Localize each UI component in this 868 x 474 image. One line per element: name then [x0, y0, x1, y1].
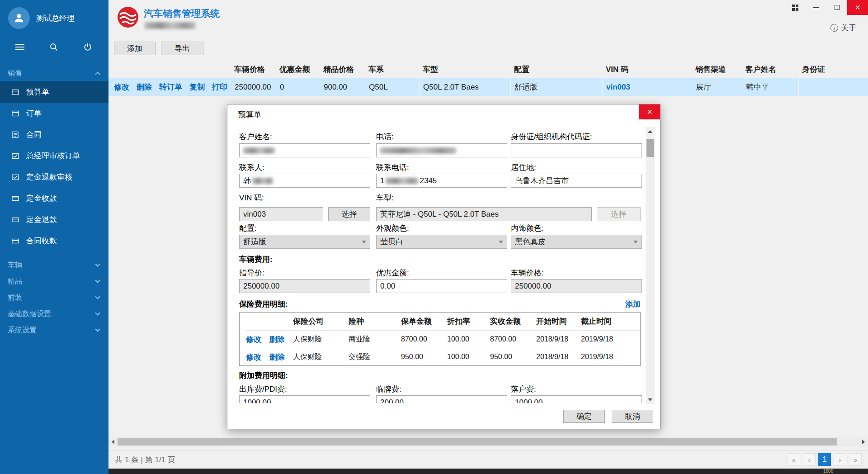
nav-section-system[interactable]: 系统设置 — [0, 322, 108, 338]
sidebar-item-deposit-collect[interactable]: 定金收款 — [0, 188, 108, 209]
scrollbar-thumb[interactable] — [646, 139, 654, 157]
nav-section-sales[interactable]: 销售 — [0, 65, 108, 81]
dialog-close-button[interactable]: × — [639, 104, 660, 119]
nav-section-vehicle[interactable]: 车辆 — [0, 257, 108, 273]
contact-phone-label: 联系电话: — [376, 162, 409, 173]
add-button[interactable]: 添加 — [114, 42, 156, 55]
registration-fee-field[interactable]: 1000.00 — [511, 395, 642, 403]
user-profile[interactable]: 测试总经理 — [0, 0, 108, 29]
dialog-scrollbar[interactable] — [646, 127, 655, 404]
chevron-down-icon — [362, 241, 366, 243]
nav-section-base-data-label: 基础数据设置 — [8, 309, 51, 319]
scrollbar-thumb[interactable] — [118, 438, 837, 446]
vin-field[interactable]: vin003 — [239, 207, 323, 221]
sidebar-item-deposit-refund[interactable]: 定金退款 — [0, 209, 108, 230]
app-header: 汽车销售管理系统 × i 关于 — [108, 0, 868, 36]
close-button[interactable]: × — [847, 0, 868, 15]
search-icon — [49, 43, 58, 52]
guide-price-label: 指导价: — [239, 268, 264, 278]
scroll-left-button[interactable] — [108, 437, 118, 446]
prev-page-button[interactable]: ‹ — [803, 453, 816, 466]
chevron-down-icon — [499, 241, 503, 243]
config-label: 配置: — [239, 223, 257, 233]
vin-select-button[interactable]: 选择 — [328, 207, 370, 221]
ins-column-header: 实收金额 — [490, 316, 536, 327]
edit-link[interactable]: 修改 — [114, 82, 129, 92]
next-page-button[interactable]: › — [834, 453, 846, 466]
scroll-up-button[interactable] — [646, 127, 655, 136]
cancel-button[interactable]: 取消 — [612, 410, 653, 423]
ok-button[interactable]: 确定 — [563, 410, 605, 423]
ins-edit-link[interactable]: 修改 — [246, 335, 261, 344]
table-row[interactable]: 修改 删除 转订单 复制 打印 250000.00 0 900.00 Q50L … — [108, 78, 868, 96]
menu-toggle-button[interactable] — [14, 41, 26, 53]
app-grid-button[interactable] — [785, 0, 806, 15]
deposit-refund-icon — [12, 216, 19, 223]
arrow-up-icon — [648, 130, 652, 133]
minimize-icon — [813, 7, 819, 8]
first-page-button[interactable]: « — [788, 453, 800, 466]
chevron-down-icon — [95, 310, 100, 315]
horizontal-scrollbar[interactable] — [108, 437, 868, 446]
search-button[interactable] — [47, 41, 60, 53]
ins-delete-link[interactable]: 删除 — [269, 353, 285, 361]
current-page-button[interactable]: 1 — [818, 453, 831, 466]
logout-button[interactable] — [81, 41, 94, 53]
temp-plate-fee-field[interactable]: 200.00 — [376, 395, 507, 403]
interior-color-select[interactable]: 黑色真皮 — [511, 235, 642, 249]
scroll-right-button[interactable] — [859, 437, 868, 446]
last-page-button[interactable]: » — [849, 453, 862, 466]
model-field[interactable]: 英菲尼迪 - Q50L - Q50L 2.0T Baes — [376, 207, 592, 221]
logo-icon — [117, 6, 139, 28]
delete-link[interactable]: 删除 — [137, 82, 152, 92]
config-select[interactable]: 舒适版 — [239, 235, 370, 249]
sidebar-item-contract-collect[interactable]: 合同收款 — [0, 230, 108, 251]
contact-phone-field[interactable]: 12345 — [376, 174, 507, 188]
nav-section-base-data[interactable]: 基础数据设置 — [0, 306, 108, 322]
ins-rate: 100.00 — [447, 335, 490, 343]
minimize-button[interactable] — [806, 0, 826, 15]
customer-name-field[interactable] — [239, 143, 370, 157]
sidebar-item-budget[interactable]: 预算单 — [0, 81, 108, 103]
id-cert-field[interactable] — [511, 143, 642, 157]
about-button[interactable]: i 关于 — [830, 23, 856, 33]
cell-channel: 展厅 — [692, 78, 742, 96]
status-bar: 共 1 条 | 第 1/1 页 « ‹ 1 › » — [108, 450, 868, 469]
ins-type: 商业险 — [349, 335, 401, 344]
copy-link[interactable]: 复制 — [189, 82, 205, 92]
sidebar-item-contract[interactable]: 合同 — [0, 124, 108, 145]
nav-section-preinstall[interactable]: 前装 — [0, 289, 108, 306]
phone-field[interactable] — [376, 143, 507, 157]
contact-field[interactable]: 韩 — [239, 174, 370, 188]
sidebar-item-deposit-refund-review[interactable]: 定金退款审核 — [0, 166, 108, 188]
vehicle-price-field[interactable]: 250000.00 — [511, 279, 642, 293]
row-actions: 修改 删除 转订单 复制 打印 — [108, 78, 231, 96]
ins-end: 2019/9/18 — [581, 353, 640, 361]
sidebar-item-gm-review-order[interactable]: 总经理审核订单 — [0, 145, 108, 166]
ins-delete-link[interactable]: 删除 — [269, 335, 285, 344]
customer-name-label: 客户姓名: — [239, 132, 272, 142]
sidebar-item-order[interactable]: 订单 — [0, 103, 108, 124]
insurance-row: 修改 删除 人保财险 商业险 8700.00 100.00 8700.00 20… — [246, 330, 640, 348]
residence-field[interactable]: 乌鲁木齐昌吉市 — [511, 174, 642, 188]
vin-link[interactable]: vin003 — [606, 83, 630, 92]
cell-config: 舒适版 — [510, 78, 602, 96]
pdi-fee-field[interactable]: 1000.00 — [239, 395, 370, 403]
exterior-color-select[interactable]: 莹贝白 — [376, 235, 507, 249]
insurance-table: 保险公司 险种 保单金额 折扣率 实收金额 开始时间 截止时间 修改 删除 人保… — [239, 312, 641, 366]
discount-field[interactable]: 0.00 — [376, 279, 507, 293]
export-button[interactable]: 导出 — [161, 42, 203, 55]
insurance-add-link[interactable]: 添加 — [625, 299, 641, 309]
maximize-button[interactable] — [826, 0, 847, 15]
extra-fee-section-title: 附加费用明细: — [239, 370, 288, 381]
temp-plate-fee-label: 临牌费: — [376, 384, 401, 394]
scroll-down-button[interactable] — [646, 395, 655, 404]
redacted-value — [380, 147, 456, 154]
nav-section-boutique[interactable]: 精品 — [0, 273, 108, 289]
print-link[interactable]: 打印 — [212, 82, 227, 92]
ins-edit-link[interactable]: 修改 — [246, 353, 261, 361]
to-order-link[interactable]: 转订单 — [159, 82, 182, 92]
guide-price-field[interactable]: 250000.00 — [239, 279, 370, 293]
model-select-button[interactable]: 选择 — [597, 207, 641, 221]
ins-column-header: 险种 — [349, 316, 401, 327]
